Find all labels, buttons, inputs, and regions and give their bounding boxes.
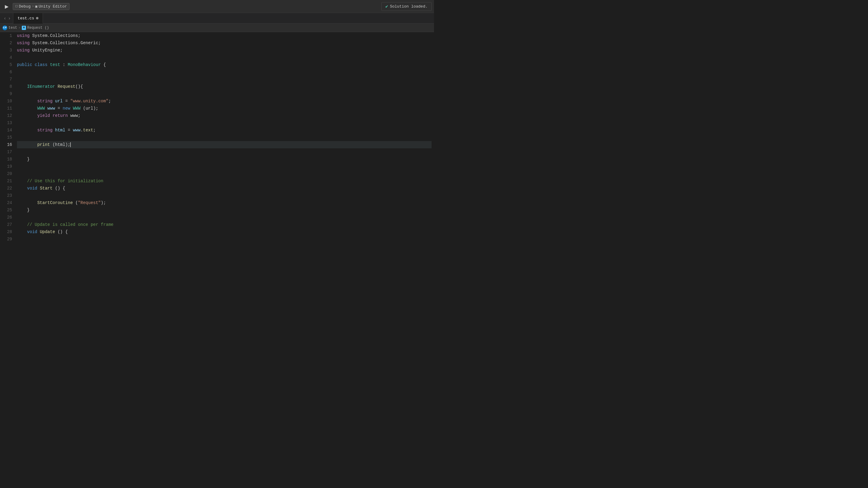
code-line-1: using System.Collections; <box>17 32 432 39</box>
line-num-26: 26 <box>2 214 12 221</box>
code-line-15 <box>17 134 432 141</box>
code-line-3: using UnityEngine; <box>17 47 432 54</box>
code-editor[interactable]: using System.Collections; using System.C… <box>14 32 434 244</box>
tab-modified-dot <box>36 17 38 19</box>
code-line-22: void Start () { <box>17 185 432 192</box>
line-num-9: 9 <box>2 90 12 97</box>
nav-arrows: ‹ › <box>1 13 13 23</box>
line-num-3: 3 <box>2 47 12 54</box>
code-line-27: // Update is called once per frame <box>17 221 432 228</box>
code-line-12: yield return www; <box>17 112 432 119</box>
line-num-10: 10 <box>2 97 12 105</box>
file-breadcrumb-row: c# test › M Request () <box>0 24 434 32</box>
line-num-22: 22 <box>2 185 12 192</box>
toolbar: ▶ □ Debug › ▣ Unity Editor ✔ Solution lo… <box>0 0 434 13</box>
line-num-15: 15 <box>2 134 12 141</box>
line-num-28: 28 <box>2 228 12 235</box>
file-breadcrumb-name: test <box>8 26 17 30</box>
line-num-2: 2 <box>2 39 12 47</box>
code-line-11: WWW www = new WWW (url); <box>17 105 432 112</box>
code-line-16: print (html); <box>17 141 432 148</box>
line-num-8: 8 <box>2 83 12 90</box>
code-line-14: string html = www.text; <box>17 126 432 134</box>
line-num-12: 12 <box>2 112 12 119</box>
forward-arrow-button[interactable]: › <box>7 15 11 21</box>
line-num-24: 24 <box>2 199 12 206</box>
editor-icon: ▣ <box>35 4 37 9</box>
line-numbers: 1 2 3 4 5 6 7 8 9 10 11 12 13 14 15 16 1… <box>0 32 14 244</box>
code-line-6 <box>17 68 432 76</box>
line-num-16: 16 <box>2 141 12 148</box>
method-breadcrumb-label: Request () <box>27 26 49 30</box>
back-arrow-button[interactable]: ‹ <box>3 15 7 21</box>
line-num-29: 29 <box>2 235 12 243</box>
tab-bar: ‹ › test.cs <box>0 13 434 24</box>
code-line-24: StartCoroutine ("Request"); <box>17 199 432 206</box>
line-num-11: 11 <box>2 105 12 112</box>
code-line-13 <box>17 119 432 126</box>
debug-breadcrumb[interactable]: □ Debug › ▣ Unity Editor <box>13 3 69 10</box>
line-num-6: 6 <box>2 68 12 76</box>
breadcrumb-sep: › <box>32 4 34 8</box>
code-line-28: void Update () { <box>17 228 432 235</box>
code-line-8: IEnumerator Request(){ <box>17 83 432 90</box>
code-line-19 <box>17 163 432 170</box>
code-line-20 <box>17 170 432 177</box>
code-line-23 <box>17 192 432 199</box>
code-line-30: } <box>17 243 432 244</box>
line-num-21: 21 <box>2 177 12 185</box>
line-num-14: 14 <box>2 126 12 134</box>
play-icon: ▶ <box>5 4 8 9</box>
code-line-5: public class test : MonoBehaviour { <box>17 61 432 68</box>
code-line-2: using System.Collections.Generic; <box>17 39 432 47</box>
editor-label: Unity Editor <box>39 4 67 9</box>
code-line-29 <box>17 235 432 243</box>
breadcrumb-sep-2: › <box>19 26 21 30</box>
solution-status-text: Solution loaded. <box>390 4 428 9</box>
debug-icon: □ <box>16 4 18 8</box>
line-num-13: 13 <box>2 119 12 126</box>
code-line-18: } <box>17 155 432 163</box>
line-num-7: 7 <box>2 76 12 83</box>
tab-label: test.cs <box>18 16 34 21</box>
line-num-5: 5 <box>2 61 12 68</box>
line-num-19: 19 <box>2 163 12 170</box>
tab-test-cs[interactable]: test.cs <box>13 13 43 24</box>
file-icon: c# <box>2 25 7 30</box>
method-icon: M <box>22 26 26 30</box>
code-line-9 <box>17 90 432 97</box>
code-line-17 <box>17 148 432 155</box>
code-line-7 <box>17 76 432 83</box>
line-num-20: 20 <box>2 170 12 177</box>
line-num-30: 30 <box>2 243 12 244</box>
check-icon: ✔ <box>385 4 388 9</box>
code-line-21: // Use this for initialization <box>17 177 432 185</box>
code-line-25: } <box>17 206 432 214</box>
debug-label: Debug <box>19 4 31 9</box>
code-line-26 <box>17 214 432 221</box>
line-num-17: 17 <box>2 148 12 155</box>
line-num-23: 23 <box>2 192 12 199</box>
line-num-27: 27 <box>2 221 12 228</box>
code-area: 1 2 3 4 5 6 7 8 9 10 11 12 13 14 15 16 1… <box>0 32 434 244</box>
code-line-4 <box>17 54 432 61</box>
line-num-18: 18 <box>2 155 12 163</box>
play-button[interactable]: ▶ <box>2 2 11 10</box>
line-num-1: 1 <box>2 32 12 39</box>
line-num-25: 25 <box>2 206 12 214</box>
line-num-4: 4 <box>2 54 12 61</box>
toolbar-left: ▶ □ Debug › ▣ Unity Editor <box>2 2 69 10</box>
code-line-10: string url = "www.unity.com"; <box>17 97 432 105</box>
solution-status: ✔ Solution loaded. <box>381 2 432 11</box>
